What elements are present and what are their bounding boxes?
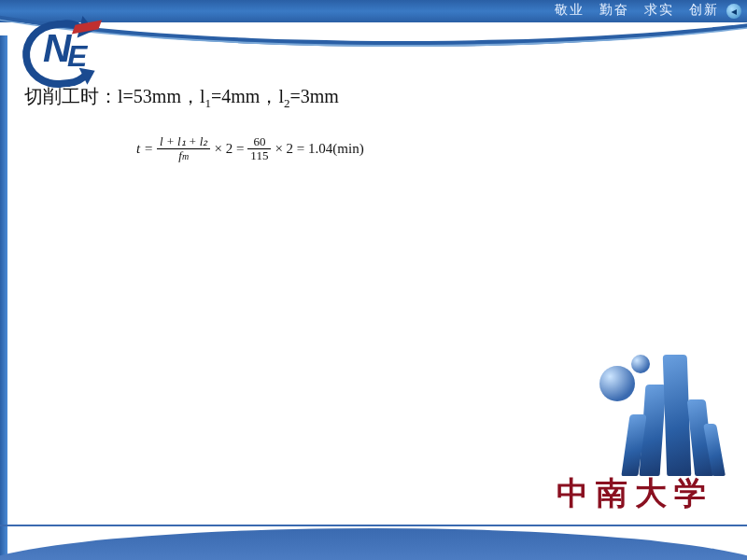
swoosh-decor: [0, 22, 747, 39]
crystal-art-icon: [594, 345, 734, 476]
top-banner: 敬业 勤奋 求实 创新 ◂: [0, 0, 747, 22]
cutting-time-params: 切削工时：l=53mm，l1=4mm，l2=3mm: [24, 84, 728, 111]
param-l1-value: =4mm，: [211, 86, 278, 106]
formula-t-equals: t =: [136, 141, 153, 157]
formula-frac2-num: 60: [250, 135, 268, 148]
param-prefix: 切削工时：: [24, 86, 118, 106]
banner-motto: 敬业 勤奋 求实 创新: [555, 2, 719, 19]
formula-times1: × 2 =: [214, 141, 244, 157]
formula-frac1-num: l + l₁ + l₂: [157, 135, 210, 148]
param-l-label: l=: [118, 86, 134, 106]
left-rail-decor: [0, 35, 7, 560]
slide-content: 切削工时：l=53mm，l1=4mm，l2=3mm t = l + l₁ + l…: [24, 84, 728, 163]
bottom-bar-decor: [0, 525, 747, 560]
formula-frac1-den: fm: [176, 149, 191, 162]
param-l-value: 53mm，: [134, 86, 200, 106]
formula-cutting-time: t = l + l₁ + l₂ fm × 2 = 60 115 × 2 = 1.…: [136, 135, 728, 163]
formula-result: × 2 = 1.04(min): [275, 141, 363, 157]
university-name: 中南大学: [557, 472, 713, 515]
logo-icon: NE: [30, 24, 90, 73]
param-l2-value: =3mm: [290, 86, 339, 106]
nav-arrow-icon: ◂: [726, 4, 741, 19]
formula-frac2-den: 115: [247, 149, 271, 162]
formula-frac2: 60 115: [247, 135, 271, 163]
formula-frac1: l + l₁ + l₂ fm: [157, 135, 210, 163]
